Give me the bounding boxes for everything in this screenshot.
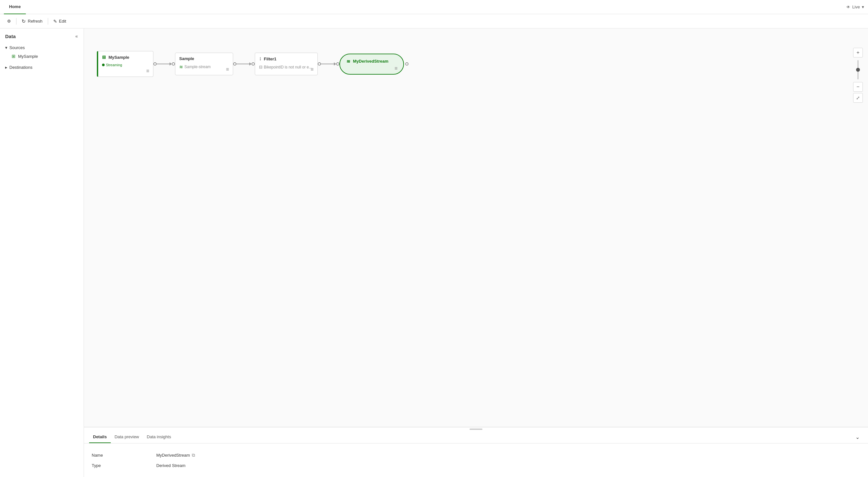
conn-arrow-1 bbox=[157, 62, 172, 65]
conn-dot-1 bbox=[153, 62, 157, 65]
arrow-1 bbox=[153, 62, 175, 65]
arrow-3 bbox=[318, 62, 339, 65]
node-mysample[interactable]: MySample Streaming ≡ bbox=[97, 51, 153, 77]
tab-data-insights[interactable]: Data insights bbox=[143, 431, 175, 443]
type-value: Derived Stream bbox=[156, 463, 185, 468]
edit-icon bbox=[53, 19, 57, 24]
conn-dot-4 bbox=[252, 62, 255, 65]
sidebar-header: Data bbox=[0, 28, 84, 42]
fit-icon bbox=[856, 95, 860, 101]
sidebar-item-mysample[interactable]: MySample bbox=[0, 52, 84, 60]
edit-button[interactable]: Edit bbox=[50, 17, 69, 26]
conn-arrow-3 bbox=[321, 62, 336, 65]
conn-dot-7 bbox=[405, 62, 408, 65]
destinations-section-header[interactable]: Destinations bbox=[0, 63, 84, 72]
collapse-sidebar-button[interactable] bbox=[74, 33, 79, 39]
zoom-controls bbox=[853, 48, 863, 103]
tab-details[interactable]: Details bbox=[89, 431, 111, 443]
arrow-2 bbox=[233, 62, 255, 65]
gear-button[interactable] bbox=[4, 17, 14, 25]
toolbar-separator bbox=[16, 18, 17, 25]
copy-icon[interactable] bbox=[192, 452, 195, 458]
zoom-in-button[interactable] bbox=[853, 48, 863, 58]
stream-icon-sample bbox=[179, 64, 183, 69]
sources-section: Sources MySample bbox=[0, 42, 84, 62]
conn-dot-5 bbox=[318, 62, 321, 65]
collapse-icon bbox=[75, 34, 78, 39]
zoom-handle[interactable] bbox=[856, 68, 860, 72]
destinations-chevron-icon bbox=[5, 65, 7, 70]
table-icon-source bbox=[102, 55, 106, 60]
conn-dot-3 bbox=[233, 62, 237, 65]
name-label: Name bbox=[92, 453, 156, 458]
bottom-panel: Details Data preview Data insights Name bbox=[84, 427, 868, 477]
toolbar-separator-2 bbox=[48, 18, 48, 25]
bottom-tabs: Details Data preview Data insights bbox=[89, 431, 175, 443]
node-filter[interactable]: ⫶ Filter1 ⊟ BikepointID is not null or e… bbox=[255, 53, 318, 75]
details-content: Name MyDerivedStream Type Derived Stream bbox=[84, 443, 868, 477]
bottom-panel-handle[interactable] bbox=[84, 427, 868, 431]
conn-dot-6 bbox=[336, 62, 339, 65]
name-value: MyDerivedStream bbox=[156, 452, 195, 458]
tab-data-preview[interactable]: Data preview bbox=[111, 431, 143, 443]
table-icon bbox=[11, 54, 16, 59]
type-label: Type bbox=[92, 463, 156, 468]
bottom-tabs-row: Details Data preview Data insights bbox=[84, 431, 868, 443]
filter-subtitle: ⊟ BikepointID is not null or e... bbox=[259, 65, 314, 69]
detail-row-type: Type Derived Stream bbox=[92, 460, 860, 471]
refresh-icon bbox=[22, 19, 26, 24]
node-sample[interactable]: Sample Sample-stream ≡ bbox=[175, 53, 233, 75]
handle-bar bbox=[469, 428, 483, 430]
zoom-out-button[interactable] bbox=[853, 82, 863, 92]
zoom-slider[interactable] bbox=[857, 60, 859, 80]
sources-section-header[interactable]: Sources bbox=[0, 43, 84, 52]
nav-tabs: Home bbox=[4, 0, 26, 14]
flow-diagram: MySample Streaming ≡ bbox=[97, 51, 408, 77]
collapse-panel-button[interactable] bbox=[852, 433, 863, 442]
sources-chevron-icon bbox=[5, 45, 7, 50]
plus-icon bbox=[857, 50, 859, 56]
streaming-dot bbox=[102, 64, 104, 66]
canvas-area: MySample Streaming ≡ bbox=[84, 28, 868, 477]
detail-row-name: Name MyDerivedStream bbox=[92, 450, 860, 460]
main-area: Data Sources MySample Destinations bbox=[0, 28, 868, 477]
streaming-badge: Streaming bbox=[102, 63, 149, 67]
top-nav: Home Live bbox=[0, 0, 868, 14]
sample-subtitle: Sample-stream bbox=[179, 64, 229, 69]
eye-icon bbox=[846, 4, 850, 9]
filter-row-icon: ⊟ bbox=[259, 65, 262, 69]
sample-menu[interactable]: ≡ bbox=[225, 66, 230, 73]
toolbar: Refresh Edit bbox=[0, 14, 868, 28]
chevron-down-icon bbox=[862, 4, 864, 9]
conn-arrow-2 bbox=[237, 62, 252, 65]
filter-icon: ⫶ bbox=[259, 56, 261, 61]
gear-icon bbox=[7, 19, 11, 24]
minus-icon bbox=[857, 84, 859, 90]
filter-menu[interactable]: ≡ bbox=[309, 66, 315, 73]
sidebar: Data Sources MySample Destinations bbox=[0, 28, 84, 477]
collapse-panel-icon bbox=[856, 434, 860, 440]
conn-dot-2 bbox=[172, 62, 175, 65]
fit-button[interactable] bbox=[853, 93, 863, 103]
source-menu[interactable]: ≡ bbox=[145, 67, 151, 74]
tab-home[interactable]: Home bbox=[4, 0, 26, 14]
live-dropdown[interactable]: Live bbox=[846, 4, 864, 9]
refresh-button[interactable]: Refresh bbox=[19, 17, 46, 26]
canvas[interactable]: MySample Streaming ≡ bbox=[84, 28, 868, 427]
sidebar-title: Data bbox=[5, 34, 16, 39]
stream-icon-dest bbox=[346, 59, 350, 64]
dest-menu[interactable]: ≡ bbox=[393, 65, 399, 72]
destinations-section: Destinations bbox=[0, 62, 84, 73]
node-myderivedstream[interactable]: MyDerivedStream ≡ bbox=[339, 54, 404, 74]
